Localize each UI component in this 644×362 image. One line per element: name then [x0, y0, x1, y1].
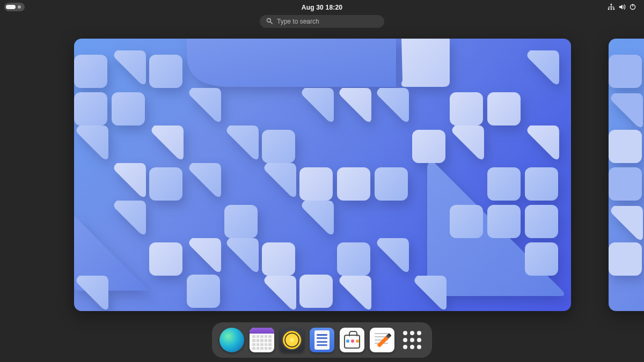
system-tray[interactable] [605, 2, 639, 13]
workspace-thumbnail-2[interactable] [609, 39, 644, 311]
svg-rect-13 [525, 167, 558, 201]
svg-rect-28 [262, 242, 295, 276]
svg-point-6 [267, 18, 271, 22]
svg-rect-26 [487, 92, 521, 125]
svg-rect-20 [187, 275, 220, 308]
network-icon [608, 3, 615, 12]
search-icon [266, 18, 273, 26]
software-icon [340, 328, 364, 352]
dock-show-apps[interactable] [400, 328, 425, 352]
search-placeholder: Type to search [277, 18, 319, 25]
svg-rect-7 [74, 92, 107, 125]
svg-rect-22 [149, 55, 182, 88]
clock[interactable]: Aug 30 18:20 [302, 4, 342, 11]
apps-grid-icon [400, 328, 425, 352]
power-icon [629, 3, 636, 12]
svg-rect-32 [609, 130, 642, 163]
wallpaper [74, 39, 571, 311]
dock-app-software[interactable] [340, 328, 364, 352]
svg-rect-8 [112, 92, 145, 125]
svg-rect-30 [149, 242, 182, 276]
svg-rect-2 [611, 9, 612, 10]
svg-rect-23 [299, 167, 333, 201]
svg-rect-18 [224, 205, 258, 238]
svg-rect-33 [609, 167, 642, 201]
dock-app-music[interactable] [280, 328, 304, 352]
svg-rect-15 [487, 205, 521, 238]
calendar-icon [250, 328, 274, 352]
svg-rect-16 [525, 205, 558, 238]
dock [212, 322, 432, 358]
svg-rect-10 [262, 130, 295, 163]
activities-button[interactable] [4, 3, 25, 11]
svg-rect-11 [375, 167, 408, 201]
dock-app-web[interactable] [219, 328, 244, 352]
svg-rect-17 [525, 242, 558, 276]
svg-rect-9 [149, 167, 182, 201]
todo-icon [310, 328, 334, 352]
svg-rect-5 [632, 4, 633, 6]
workspace-switcher [0, 41, 644, 308]
svg-rect-31 [609, 55, 642, 88]
search-bar[interactable]: Type to search [260, 15, 384, 28]
svg-rect-34 [609, 242, 642, 276]
globe-icon [219, 328, 244, 352]
svg-rect-12 [487, 167, 521, 201]
top-bar: Aug 30 18:20 [0, 0, 644, 15]
svg-rect-25 [450, 92, 483, 125]
svg-rect-3 [613, 9, 615, 10]
dock-app-calendar[interactable] [250, 328, 274, 352]
wallpaper [609, 39, 644, 311]
workspace-thumbnail-1[interactable] [74, 39, 571, 311]
volume-icon [618, 3, 626, 12]
svg-rect-21 [74, 55, 107, 88]
svg-rect-1 [608, 9, 610, 10]
svg-rect-24 [337, 167, 370, 201]
svg-rect-29 [299, 275, 333, 308]
dock-app-text-editor[interactable] [370, 328, 394, 352]
dock-app-todo[interactable] [310, 328, 334, 352]
svg-rect-27 [412, 130, 445, 163]
svg-rect-14 [450, 205, 483, 238]
music-icon [280, 328, 304, 352]
svg-rect-19 [337, 242, 370, 276]
text-editor-icon [370, 328, 394, 352]
svg-rect-0 [611, 4, 612, 5]
